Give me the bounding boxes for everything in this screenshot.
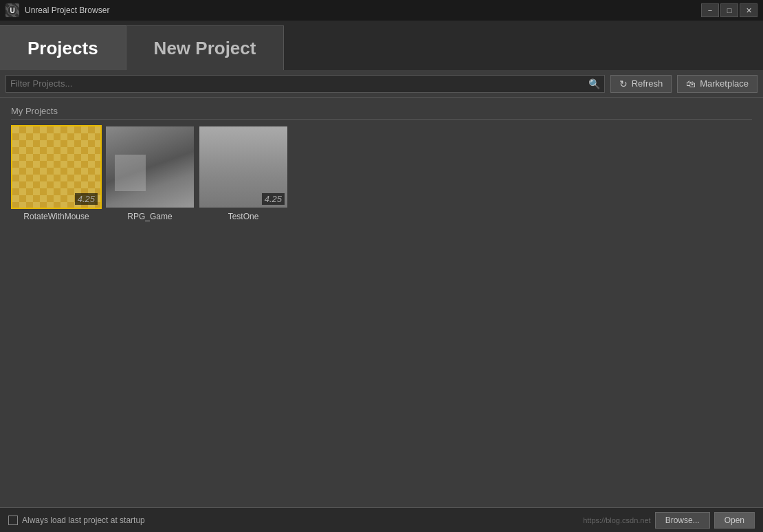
window-controls: − □ ✕ xyxy=(701,3,758,17)
search-container: 🔍 xyxy=(5,75,605,93)
bottom-url: https://blog.csdn.net xyxy=(583,516,650,524)
refresh-button[interactable]: ↻ Refresh xyxy=(610,75,672,93)
close-button[interactable]: ✕ xyxy=(740,3,758,17)
projects-grid: 4.25 RotateWithMouse RPG_Game 4.25 TestO… xyxy=(11,125,752,225)
refresh-icon: ↻ xyxy=(619,78,628,89)
project-card-rotatewithmouse[interactable]: 4.25 RotateWithMouse xyxy=(11,125,102,223)
title-bar: U Unreal Project Browser − □ ✕ xyxy=(0,0,763,21)
tab-bar: Projects New Project xyxy=(0,21,763,70)
project-thumbnail-2 xyxy=(104,125,195,209)
project-thumbnail-1: 4.25 xyxy=(11,125,102,209)
browse-button[interactable]: Browse... xyxy=(655,512,710,529)
search-input[interactable] xyxy=(10,78,588,89)
toolbar: 🔍 ↻ Refresh 🛍 Marketplace xyxy=(0,70,763,98)
project-name-3: TestOne xyxy=(198,209,289,223)
project-thumbnail-3: 4.25 xyxy=(198,125,289,209)
project-card-testone[interactable]: 4.25 TestOne xyxy=(198,125,289,223)
tab-new-project[interactable]: New Project xyxy=(126,25,285,70)
svg-text:U: U xyxy=(10,7,14,14)
project-card-rpggame[interactable]: RPG_Game xyxy=(104,125,195,223)
search-icon: 🔍 xyxy=(588,78,600,89)
restore-button[interactable]: □ xyxy=(720,3,738,17)
minimize-button[interactable]: − xyxy=(701,3,719,17)
open-button[interactable]: Open xyxy=(714,512,755,529)
title-bar-left: U Unreal Project Browser xyxy=(5,3,109,17)
tab-projects[interactable]: Projects xyxy=(0,25,126,70)
bottom-bar: Always load last project at startup http… xyxy=(0,507,763,532)
startup-label: Always load last project at startup xyxy=(22,516,145,525)
project-name-2: RPG_Game xyxy=(104,209,195,223)
bottom-right: https://blog.csdn.net Browse... Open xyxy=(583,512,755,529)
thumb-rpg xyxy=(106,126,194,208)
startup-checkbox[interactable] xyxy=(8,516,18,525)
startup-checkbox-container: Always load last project at startup xyxy=(8,516,145,525)
section-title: My Projects xyxy=(11,106,752,120)
project-name-1: RotateWithMouse xyxy=(11,209,102,223)
version-badge-1: 4.25 xyxy=(75,193,98,205)
version-badge-3: 4.25 xyxy=(262,193,285,205)
marketplace-button[interactable]: 🛍 Marketplace xyxy=(677,75,758,93)
ue-logo: U xyxy=(5,3,19,17)
window-title: Unreal Project Browser xyxy=(25,5,109,15)
marketplace-icon: 🛍 xyxy=(686,78,696,89)
content-area: My Projects 4.25 RotateWithMouse RPG_Gam… xyxy=(0,98,763,507)
